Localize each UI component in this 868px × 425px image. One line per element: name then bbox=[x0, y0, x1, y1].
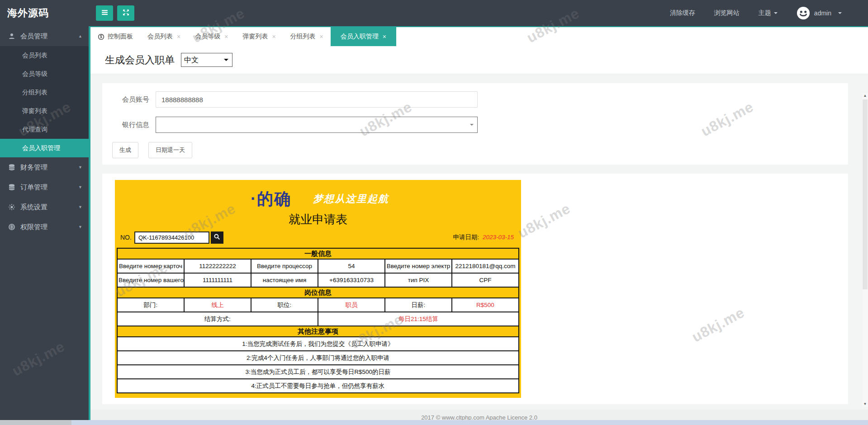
employment-application-form: ·的确 梦想从这里起航 就业申请表 NO. 申请日期: bbox=[115, 180, 521, 398]
sidebar-item-agent-query[interactable]: 代理查询 bbox=[0, 120, 89, 139]
tab-label: 会员列表 bbox=[147, 33, 173, 41]
chevron-down-icon bbox=[774, 12, 778, 16]
clear-cache-link[interactable]: 清除缓存 bbox=[670, 9, 695, 17]
note-cell: 4:正式员工不需要每日参与抢单，但仍然享有薪水 bbox=[117, 379, 519, 393]
navbar-right: 清除缓存 浏览网站 主题 admin bbox=[670, 6, 842, 20]
search-button[interactable] bbox=[211, 231, 223, 244]
table-cell: Введите номер карточ bbox=[117, 259, 184, 273]
sidebar-item-order-management[interactable]: 订单管理 ▼ bbox=[0, 177, 89, 197]
note-cell: 3:当您成为正式员工后，都可以享受每日R$500的日薪 bbox=[117, 365, 519, 379]
apply-date-label: 申请日期: bbox=[453, 234, 479, 241]
application-table: 一般信息 Введите номер карточ 11222222222 Вв… bbox=[117, 248, 519, 393]
apply-date-value: 2023-03-15 bbox=[483, 234, 514, 241]
table-row: 结算方式: 每日21:15结算 bbox=[117, 312, 519, 326]
tab-dashboard[interactable]: 控制面板 bbox=[90, 27, 140, 46]
chevron-down-icon bbox=[838, 12, 842, 16]
table-row: 3:当您成为正式员工后，都可以享受每日R$500的日薪 bbox=[117, 365, 519, 379]
settle-value-cell: 每日21:15结算 bbox=[318, 312, 519, 326]
table-section-row: 一般信息 bbox=[117, 248, 519, 259]
page-title: 生成会员入职单 bbox=[105, 53, 175, 67]
sidebar: 海外源码 会员管理 ▲ 会员列表 会员等级 分组列表 弹窗列表 代理查询 会员入… bbox=[0, 0, 90, 425]
close-icon[interactable]: × bbox=[177, 33, 180, 40]
expand-arrows-icon bbox=[122, 9, 130, 18]
section-header-position: 岗位信息 bbox=[117, 287, 519, 298]
sidebar-toggle-button[interactable] bbox=[96, 5, 113, 21]
tab-group-list[interactable]: 分组列表 × bbox=[283, 27, 331, 46]
document-panel: ·的确 梦想从这里起航 就业申请表 NO. 申请日期: bbox=[102, 174, 848, 404]
sidebar-item-member-onboarding[interactable]: 会员入职管理 bbox=[0, 139, 89, 157]
sidebar-item-permission-management[interactable]: 权限管理 ▼ bbox=[0, 217, 89, 237]
sidebar-item-label: 财务管理 bbox=[20, 163, 47, 172]
gear-icon bbox=[8, 203, 15, 211]
table-row: Введите номер карточ 11222222222 Введите… bbox=[117, 259, 519, 273]
tab-label: 会员等级 bbox=[195, 33, 220, 41]
user-menu[interactable]: admin bbox=[797, 6, 842, 20]
sidebar-item-member-list[interactable]: 会员列表 bbox=[0, 46, 89, 65]
date-back-button[interactable]: 日期退一天 bbox=[148, 142, 192, 158]
sidebar-item-popup-list[interactable]: 弹窗列表 bbox=[0, 102, 89, 120]
section-header-general: 一般信息 bbox=[117, 248, 519, 259]
chevron-down-icon: ▼ bbox=[78, 165, 82, 170]
sidebar-item-member-management[interactable]: 会员管理 ▲ bbox=[0, 26, 89, 46]
content: 会员账号 银行信息 生成 日期退一天 bbox=[90, 74, 868, 410]
doc-number-row: NO. 申请日期: 2023-03-15 bbox=[120, 231, 516, 244]
scroll-up-arrow[interactable]: ▲ bbox=[862, 93, 868, 99]
sidebar-item-system-settings[interactable]: 系统设置 ▼ bbox=[0, 197, 89, 217]
table-cell: +639163310733 bbox=[318, 273, 385, 287]
language-select-wrap: 中文 bbox=[181, 53, 232, 67]
account-input[interactable] bbox=[156, 91, 478, 108]
theme-label: 主题 bbox=[759, 9, 771, 16]
close-icon[interactable]: × bbox=[272, 33, 275, 40]
table-cell: 11222222222 bbox=[184, 259, 251, 273]
sidebar-item-finance-management[interactable]: 财务管理 ▼ bbox=[0, 157, 89, 177]
sidebar-item-member-level[interactable]: 会员等级 bbox=[0, 65, 89, 83]
doc-title: 就业申请表 bbox=[115, 212, 521, 227]
vertical-scrollbar-thumb[interactable] bbox=[863, 99, 868, 289]
dashboard-icon bbox=[98, 33, 104, 40]
database-icon bbox=[8, 164, 15, 171]
main-area: 清除缓存 浏览网站 主题 admin 控制面板 会员列表 × 会员等级 bbox=[90, 0, 868, 425]
bank-label: 银行信息 bbox=[102, 121, 149, 129]
vertical-scrollbar[interactable]: ▲ ▼ bbox=[862, 93, 868, 407]
doc-brand-line: ·的确 梦想从这里起航 bbox=[251, 189, 521, 209]
tab-label: 分组列表 bbox=[290, 33, 316, 41]
table-cell: Введите номер вашего bbox=[117, 273, 184, 287]
form-row-account: 会员账号 bbox=[102, 91, 848, 108]
tab-member-level[interactable]: 会员等级 × bbox=[188, 27, 235, 46]
chevron-down-icon: ▼ bbox=[78, 205, 82, 209]
theme-dropdown[interactable]: 主题 bbox=[759, 9, 778, 17]
tab-member-onboarding[interactable]: 会员入职管理 × bbox=[331, 27, 396, 46]
sidebar-menu: 会员管理 ▲ 会员列表 会员等级 分组列表 弹窗列表 代理查询 会员入职管理 财… bbox=[0, 26, 90, 425]
sidebar-item-group-list[interactable]: 分组列表 bbox=[0, 83, 89, 102]
close-icon[interactable]: × bbox=[224, 33, 228, 40]
table-cell: 54 bbox=[318, 259, 385, 273]
table-section-row: 其他注意事项 bbox=[117, 326, 519, 337]
table-cell: Введите процессор bbox=[251, 259, 318, 273]
table-cell: 日薪: bbox=[385, 298, 452, 312]
globe-icon bbox=[8, 223, 15, 231]
table-cell: Введите номер электр bbox=[385, 259, 452, 273]
table-cell: 1111111111 bbox=[184, 273, 251, 287]
horizontal-scrollbar[interactable] bbox=[0, 420, 868, 425]
table-cell: 2212180181@qq.com bbox=[452, 259, 519, 273]
table-cell: тип PIX bbox=[385, 273, 452, 287]
table-row: 2:完成4个入门任务后，人事部门将通过您的入职申请 bbox=[117, 351, 519, 365]
browse-site-link[interactable]: 浏览网站 bbox=[714, 9, 740, 17]
form-row-bank: 银行信息 bbox=[102, 117, 848, 133]
tab-member-list[interactable]: 会员列表 × bbox=[140, 27, 188, 46]
doc-number-input[interactable] bbox=[134, 231, 209, 244]
no-label: NO. bbox=[120, 234, 132, 241]
tab-label: 控制面板 bbox=[108, 33, 133, 41]
fullscreen-button[interactable] bbox=[117, 5, 134, 21]
tab-label: 会员入职管理 bbox=[341, 33, 379, 41]
horizontal-scrollbar-thumb[interactable] bbox=[0, 420, 71, 425]
form-buttons: 生成 日期退一天 bbox=[102, 142, 848, 158]
bank-select[interactable] bbox=[156, 117, 478, 133]
language-select[interactable]: 中文 bbox=[181, 53, 232, 67]
tab-popup-list[interactable]: 弹窗列表 × bbox=[235, 27, 283, 46]
scroll-down-arrow[interactable]: ▼ bbox=[862, 401, 868, 407]
generate-button[interactable]: 生成 bbox=[112, 142, 138, 158]
close-icon[interactable]: × bbox=[383, 33, 386, 40]
close-icon[interactable]: × bbox=[320, 33, 323, 40]
sidebar-item-label: 系统设置 bbox=[20, 203, 47, 212]
